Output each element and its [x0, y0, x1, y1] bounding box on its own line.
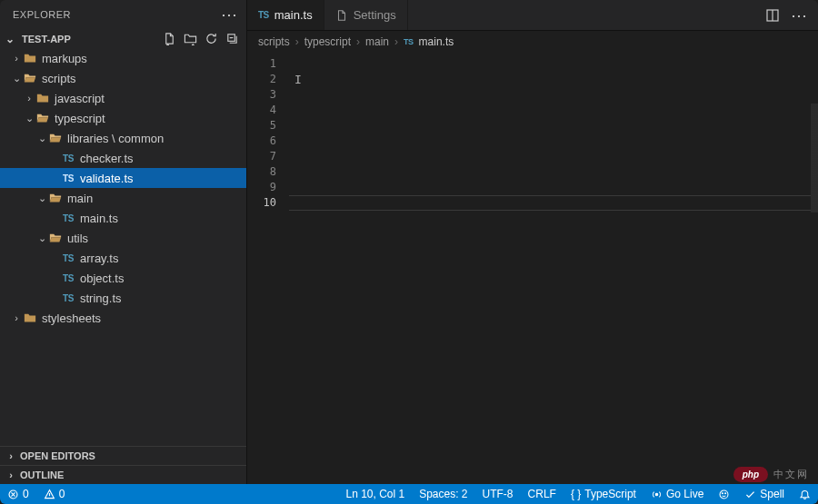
status-go-live[interactable]: Go Live — [643, 484, 711, 504]
tree-folder-scripts[interactable]: ⌄ scripts — [0, 68, 246, 88]
line-number-current: 10 — [247, 195, 276, 211]
new-file-icon[interactable] — [163, 32, 176, 45]
tree-file-main-ts[interactable]: TS main.ts — [0, 208, 246, 228]
tab-label: main.ts — [274, 8, 313, 22]
tree-label: javascript — [55, 92, 105, 105]
sidebar-header: EXPLORER ⋯ — [0, 0, 246, 29]
project-header[interactable]: ⌄ TEST-APP — [0, 29, 246, 48]
breadcrumbs[interactable]: scripts › typescript › main › TS main.ts — [247, 31, 818, 53]
line-number-gutter: 1 2 3 4 5 6 7 8 9 10 — [247, 53, 289, 484]
bell-icon — [799, 489, 811, 500]
status-feedback[interactable] — [711, 484, 737, 504]
open-editors-section[interactable]: › OPEN EDITORS — [0, 446, 246, 465]
main-area: EXPLORER ⋯ ⌄ TEST-APP › — [0, 0, 818, 484]
chevron-down-icon: ⌄ — [36, 133, 47, 144]
section-label: OPEN EDITORS — [20, 450, 95, 461]
project-section: ⌄ TEST-APP › markups — [0, 29, 246, 331]
crumb[interactable]: main — [365, 35, 389, 48]
tree-label: stylesheets — [42, 311, 101, 325]
chevron-right-icon: › — [5, 450, 16, 461]
line-number: 2 — [247, 72, 276, 87]
tree-folder-typescript[interactable]: ⌄ typescript — [0, 108, 246, 128]
status-spell[interactable]: Spell — [737, 484, 792, 504]
refresh-icon[interactable] — [204, 32, 218, 45]
folder-icon — [22, 311, 38, 324]
tab-bar: TS main.ts Settings ⋯ — [247, 0, 818, 31]
split-editor-icon[interactable] — [765, 8, 780, 23]
status-notifications[interactable] — [792, 484, 818, 504]
line-number: 8 — [247, 164, 276, 180]
crumb[interactable]: typescript — [304, 35, 351, 48]
ts-file-icon: TS — [60, 213, 76, 223]
folder-open-icon — [22, 72, 38, 84]
tree-label: validate.ts — [80, 172, 134, 185]
code-editor[interactable]: 1 2 3 4 5 6 7 8 9 10 I — [247, 53, 818, 484]
text-cursor-icon: I — [294, 73, 295, 86]
explorer-sidebar: EXPLORER ⋯ ⌄ TEST-APP › — [0, 0, 247, 484]
status-eol[interactable]: CRLF — [521, 484, 564, 504]
tree-file-validate[interactable]: TS validate.ts — [0, 168, 246, 188]
editor-actions: ⋯ — [754, 0, 818, 30]
ts-file-icon: TS — [60, 293, 76, 303]
tree-folder-main[interactable]: ⌄ main — [0, 188, 246, 208]
crumb[interactable]: scripts — [258, 35, 290, 48]
tree-folder-javascript[interactable]: › javascript — [0, 88, 246, 108]
new-folder-icon[interactable] — [184, 32, 197, 45]
broadcast-icon — [651, 489, 663, 500]
status-language-mode[interactable]: { }TypeScript — [564, 484, 643, 504]
tree-label: main.ts — [80, 212, 118, 225]
tree-folder-utils[interactable]: ⌄ utils — [0, 228, 246, 248]
project-name: TEST-APP — [22, 34, 157, 44]
chevron-right-icon: › — [24, 93, 35, 104]
more-actions-icon[interactable]: ⋯ — [221, 10, 238, 19]
tree-file-object[interactable]: TS object.ts — [0, 268, 246, 288]
tree-label: markups — [42, 52, 87, 65]
file-tree: › markups ⌄ scripts › javascript — [0, 48, 246, 328]
outline-section[interactable]: › OUTLINE — [0, 465, 246, 484]
braces-icon: { } — [571, 488, 581, 500]
status-warnings[interactable]: 0 — [36, 484, 73, 504]
tab-main-ts[interactable]: TS main.ts — [247, 0, 324, 30]
watermark-text: 中文网 — [773, 468, 809, 481]
project-action-icons — [163, 32, 239, 45]
ts-file-icon: TS — [60, 173, 76, 183]
sidebar-bottom-sections: › OPEN EDITORS › OUTLINE — [0, 446, 246, 484]
tree-file-array[interactable]: TS array.ts — [0, 248, 246, 268]
vertical-scrollbar[interactable] — [809, 53, 818, 484]
chevron-right-icon: › — [394, 35, 398, 48]
watermark: php 中文网 — [733, 467, 809, 482]
tree-label: array.ts — [80, 252, 118, 265]
tree-folder-markups[interactable]: › markups — [0, 48, 246, 68]
chevron-right-icon: › — [5, 469, 16, 480]
tree-file-string[interactable]: TS string.ts — [0, 288, 246, 308]
chevron-down-icon: ⌄ — [36, 193, 47, 204]
chevron-right-icon: › — [11, 53, 22, 64]
error-icon — [7, 489, 19, 500]
folder-open-icon — [47, 192, 64, 204]
svg-point-3 — [655, 493, 657, 495]
svg-point-4 — [720, 490, 728, 499]
line-number: 6 — [247, 133, 276, 149]
status-encoding[interactable]: UTF-8 — [475, 484, 521, 504]
ts-file-icon: TS — [60, 273, 76, 283]
status-indentation[interactable]: Spaces: 2 — [412, 484, 474, 504]
feedback-smiley-icon — [718, 489, 730, 500]
tree-file-checker[interactable]: TS checker.ts — [0, 148, 246, 168]
status-errors[interactable]: 0 — [0, 484, 36, 504]
tree-label: string.ts — [80, 292, 122, 305]
status-right: Ln 10, Col 1 Spaces: 2 UTF-8 CRLF { }Typ… — [338, 484, 818, 504]
tree-folder-stylesheets[interactable]: › stylesheets — [0, 308, 246, 328]
status-ln-col[interactable]: Ln 10, Col 1 — [338, 484, 412, 504]
crumb[interactable]: main.ts — [419, 35, 454, 48]
error-count: 0 — [23, 488, 29, 500]
tree-label: main — [67, 192, 93, 205]
warning-count: 0 — [59, 488, 65, 500]
line-number: 1 — [247, 56, 276, 72]
more-actions-icon[interactable]: ⋯ — [791, 11, 807, 20]
tree-label: object.ts — [80, 272, 124, 285]
collapse-all-icon[interactable] — [225, 32, 239, 45]
code-content[interactable]: I — [289, 53, 818, 484]
tab-settings[interactable]: Settings — [324, 0, 408, 30]
tree-folder-libraries-common[interactable]: ⌄ libraries \ common — [0, 128, 246, 148]
tree-label: checker.ts — [80, 152, 134, 165]
